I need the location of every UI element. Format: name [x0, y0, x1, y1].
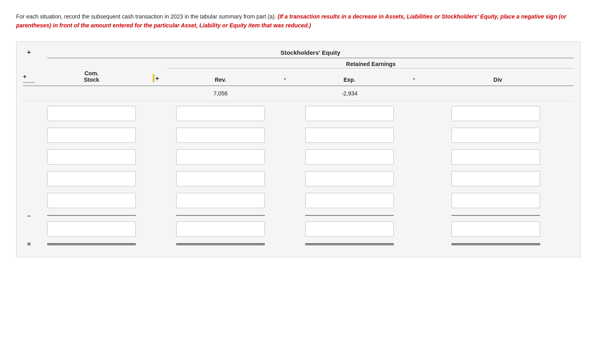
rev-header: Rev.	[164, 77, 277, 83]
input-final-div[interactable]	[451, 221, 540, 237]
input-r2-com-stock[interactable]	[47, 128, 136, 143]
divider-com-stock	[35, 215, 148, 216]
input-r1-com-stock[interactable]	[47, 106, 136, 121]
exp-header: Exp.	[293, 77, 406, 83]
input-rows-section: –	[23, 103, 574, 249]
final-input-row	[23, 220, 574, 240]
input-final-rev[interactable]	[176, 221, 265, 237]
input-cell-r5-exp	[293, 193, 406, 208]
com-stock-line1: Com.	[85, 70, 99, 77]
input-cell-r5-com-stock	[35, 193, 148, 208]
input-r4-exp[interactable]	[305, 171, 394, 186]
input-r5-exp[interactable]	[305, 193, 394, 208]
input-final-exp[interactable]	[305, 221, 394, 237]
input-r1-exp[interactable]	[305, 106, 394, 121]
div-header: Div	[422, 77, 574, 83]
divider-row: –	[23, 211, 574, 220]
input-cell-r5-rev	[164, 193, 277, 208]
input-r2-div[interactable]	[451, 128, 540, 143]
equals-div	[422, 243, 574, 245]
static-data-row: 7,056 -2,934	[23, 86, 574, 101]
input-r3-exp[interactable]	[305, 149, 394, 165]
minus-exp-header: -	[406, 75, 422, 83]
input-cell-r3-exp	[293, 149, 406, 165]
input-r2-rev[interactable]	[176, 128, 265, 143]
input-cell-r4-com-stock	[35, 171, 148, 186]
input-cell-r1-com-stock	[35, 106, 148, 121]
input-cell-r2-exp	[293, 128, 406, 143]
input-r3-com-stock[interactable]	[47, 149, 136, 165]
exp-label: Exp.	[343, 77, 356, 83]
input-row-2	[23, 124, 574, 146]
input-r4-div[interactable]	[451, 171, 540, 186]
input-cell-r1-rev	[164, 106, 277, 121]
plus-left-header: +	[23, 71, 35, 83]
input-cell-r4-rev	[164, 171, 277, 186]
divider-div	[422, 215, 574, 216]
static-exp-value: -2,934	[293, 90, 406, 97]
input-r2-exp[interactable]	[305, 128, 394, 143]
equals-com-stock	[35, 243, 148, 245]
accounting-table: + Stockholders' Equity Retained Earnings…	[16, 41, 580, 257]
static-rev-value: 7,056	[164, 90, 277, 97]
input-r5-rev[interactable]	[176, 193, 265, 208]
instruction-normal: For each situation, record the subsequen…	[16, 13, 276, 20]
input-row-5	[23, 190, 574, 211]
input-cell-r2-com-stock	[35, 128, 148, 143]
retained-earnings-label: Retained Earnings	[346, 61, 396, 67]
input-cell-r1-div	[422, 106, 574, 121]
input-cell-r1-exp	[293, 106, 406, 121]
input-cell-final-exp	[293, 221, 406, 237]
input-final-com-stock[interactable]	[47, 221, 136, 237]
yellow-bar-icon	[153, 74, 154, 82]
input-r5-div[interactable]	[451, 193, 540, 208]
com-stock-header: Com. Stock	[35, 70, 148, 83]
divider-exp	[293, 215, 406, 216]
se-header-label: Stockholders' Equity	[281, 49, 341, 56]
input-cell-r2-div	[422, 128, 574, 143]
equals-row: =	[23, 240, 574, 249]
input-cell-r2-rev	[164, 128, 277, 143]
equals-rev	[164, 243, 277, 245]
se-header-row: + Stockholders' Equity	[47, 46, 574, 58]
equals-exp	[293, 243, 406, 245]
input-cell-r4-exp	[293, 171, 406, 186]
input-cell-final-div	[422, 221, 574, 237]
input-cell-final-rev	[164, 221, 277, 237]
col-headers-row: + Com. Stock + Rev. - Exp. - Div	[23, 68, 574, 86]
plus-between-label: +	[155, 75, 159, 82]
input-cell-r3-div	[422, 149, 574, 165]
input-r4-rev[interactable]	[176, 171, 265, 186]
input-r1-div[interactable]	[451, 106, 540, 121]
input-r5-com-stock[interactable]	[47, 193, 136, 208]
input-row-3	[23, 146, 574, 168]
div-label: Div	[493, 77, 502, 83]
input-row-4	[23, 168, 574, 190]
plus-between-header: +	[148, 74, 164, 83]
retained-earnings-row: Retained Earnings	[168, 58, 574, 68]
input-r3-div[interactable]	[451, 149, 540, 165]
input-row-1	[23, 103, 574, 124]
plus-sign-top: +	[27, 49, 31, 56]
minus-sign-divider: –	[23, 212, 35, 219]
divider-rev	[164, 215, 277, 216]
input-cell-r3-com-stock	[35, 149, 148, 165]
input-r3-rev[interactable]	[176, 149, 265, 165]
input-r1-rev[interactable]	[176, 106, 265, 121]
input-cell-r4-div	[422, 171, 574, 186]
minus-rev-header: -	[277, 75, 293, 83]
input-r4-com-stock[interactable]	[47, 171, 136, 186]
rev-label: Rev.	[215, 77, 227, 83]
instructions-block: For each situation, record the subsequen…	[16, 12, 572, 30]
com-stock-line2: Stock	[84, 77, 99, 83]
input-cell-final-com-stock	[35, 221, 148, 237]
input-cell-r5-div	[422, 193, 574, 208]
input-cell-r3-rev	[164, 149, 277, 165]
equals-sign: =	[23, 241, 35, 248]
